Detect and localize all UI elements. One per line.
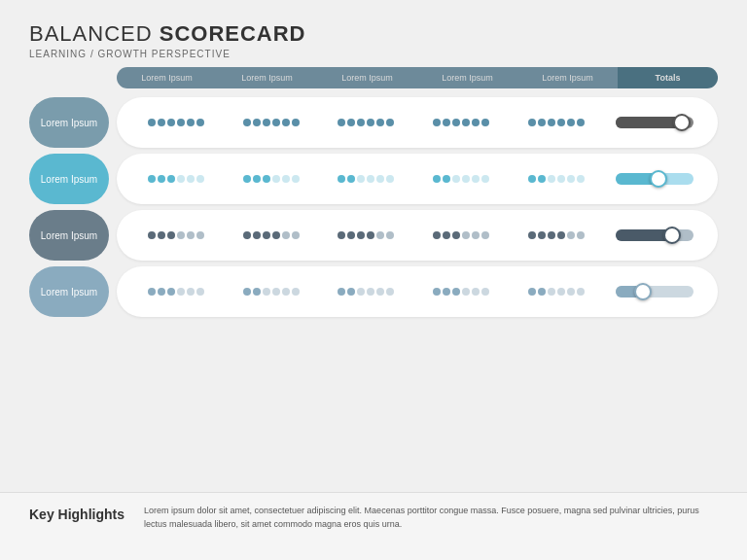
dot (167, 288, 175, 296)
dot (538, 231, 546, 239)
page-subtitle: LEARNING / GROWTH PERSPECTIVE (29, 49, 718, 59)
slide: BALANCED SCORECARD LEARNING / GROWTH PER… (0, 0, 747, 560)
dot (158, 288, 165, 296)
page-title: BALANCED SCORECARD (29, 21, 718, 47)
dot (243, 119, 251, 126)
dot (347, 288, 355, 296)
dot (158, 119, 165, 126)
dot (167, 175, 175, 183)
dot (272, 175, 280, 183)
slider-cell-2[interactable] (603, 229, 706, 241)
dot (292, 175, 300, 183)
cell-2-3 (413, 231, 509, 239)
dot (443, 288, 450, 296)
dot (187, 119, 195, 126)
slider-cell-3[interactable] (603, 286, 706, 298)
col-header-1: Lorem Ipsum (217, 67, 317, 88)
slider-thumb[interactable] (663, 227, 681, 244)
cell-0-4 (509, 119, 604, 126)
cell-2-0 (128, 231, 224, 239)
row-label-1: Lorem Ipsum (29, 154, 109, 204)
dot (472, 231, 480, 239)
dot (187, 288, 195, 296)
dot (272, 231, 280, 239)
dot (577, 288, 585, 296)
dot (443, 231, 450, 239)
slider-thumb[interactable] (673, 114, 691, 131)
dot (148, 231, 156, 239)
dot (357, 175, 365, 183)
content-area: Lorem IpsumLorem IpsumLorem IpsumLorem I… (29, 67, 718, 320)
key-highlights-label: Key Highlights (29, 505, 124, 522)
dot (548, 175, 555, 183)
dot (253, 175, 261, 183)
slider-track (616, 286, 694, 298)
dot (433, 288, 441, 296)
dot (452, 231, 460, 239)
dot (443, 119, 450, 126)
dot (253, 288, 261, 296)
dot (386, 175, 394, 183)
dot (462, 175, 470, 183)
slider-thumb[interactable] (650, 170, 667, 188)
dot (282, 231, 290, 239)
header: BALANCED SCORECARD LEARNING / GROWTH PER… (29, 21, 718, 59)
dot (196, 288, 204, 296)
dot (347, 231, 355, 239)
cell-1-1 (224, 175, 319, 183)
dot (357, 119, 365, 126)
key-highlights-text: Lorem ipsum dolor sit amet, consectetuer… (144, 505, 718, 531)
dot (253, 231, 261, 239)
dot (538, 175, 546, 183)
dot (433, 119, 441, 126)
cell-1-2 (318, 175, 413, 183)
dot (452, 119, 460, 126)
dot (528, 175, 536, 183)
dot (167, 119, 175, 126)
cell-3-3 (413, 288, 509, 296)
dot (338, 175, 345, 183)
dot (367, 175, 374, 183)
slider-thumb[interactable] (634, 283, 652, 300)
cell-0-3 (413, 119, 509, 126)
dot (282, 288, 290, 296)
cell-0-2 (318, 119, 413, 126)
dot (538, 288, 546, 296)
col-header-2: Lorem Ipsum (317, 67, 417, 88)
dot (177, 288, 185, 296)
dot (177, 119, 185, 126)
col-header-3: Lorem Ipsum (417, 67, 517, 88)
dot (577, 175, 585, 183)
dot (347, 119, 355, 126)
dot (443, 175, 450, 183)
dot (557, 119, 565, 126)
dot (481, 175, 489, 183)
cell-3-4 (509, 288, 604, 296)
column-headers: Lorem IpsumLorem IpsumLorem IpsumLorem I… (117, 67, 718, 88)
dot (386, 119, 394, 126)
dot (338, 119, 345, 126)
dot (548, 288, 555, 296)
slider-fill (616, 117, 682, 128)
dot (557, 175, 565, 183)
dot (452, 288, 460, 296)
dot (577, 119, 585, 126)
row-label-0: Lorem Ipsum (29, 97, 109, 148)
table-row: Lorem Ipsum (29, 207, 718, 263)
dot (472, 288, 480, 296)
dot (567, 119, 575, 126)
dot (481, 288, 489, 296)
dot (528, 119, 536, 126)
slider-track (616, 229, 694, 241)
dot (177, 175, 185, 183)
dot (347, 175, 355, 183)
dot (376, 231, 384, 239)
cell-2-4 (509, 231, 604, 239)
slider-cell-0[interactable] (603, 117, 706, 128)
dot (528, 288, 536, 296)
dot (481, 231, 489, 239)
slider-cell-1[interactable] (603, 173, 706, 185)
dot (367, 119, 374, 126)
dot (548, 119, 555, 126)
key-highlights-section: Key Highlights Lorem ipsum dolor sit ame… (0, 492, 747, 560)
